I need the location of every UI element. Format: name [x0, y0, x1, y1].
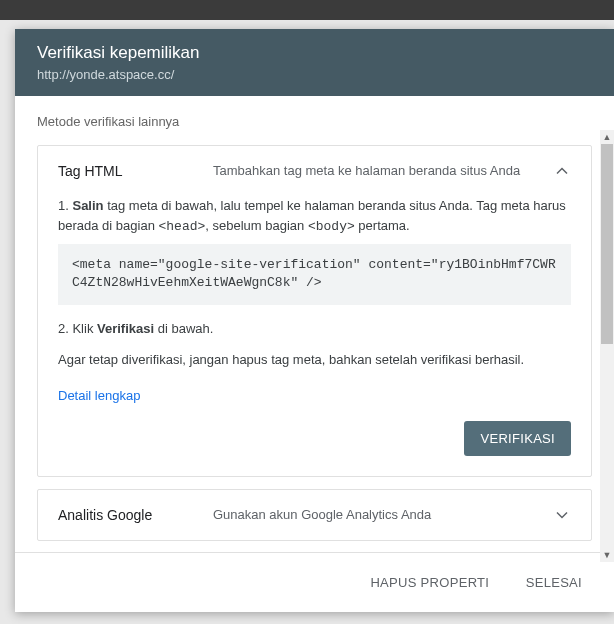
html-tag-panel-header[interactable]: Tag HTML Tambahkan tag meta ke halaman b… — [38, 146, 591, 196]
google-analytics-panel: Analitis Google Gunakan akun Google Anal… — [37, 489, 592, 541]
detail-link[interactable]: Detail lengkap — [58, 388, 140, 403]
scrollbar-track[interactable] — [600, 144, 614, 548]
scrollbar-thumb[interactable] — [601, 144, 613, 344]
other-methods-label: Metode verifikasi lainnya — [15, 96, 614, 133]
panel-body: 1. Salin tag meta di bawah, lalu tempel … — [38, 196, 591, 475]
verify-button[interactable]: VERIFIKASI — [464, 421, 571, 456]
verification-note: Agar tetap diverifikasi, jangan hapus ta… — [58, 350, 571, 370]
panel-title: Tag HTML — [58, 163, 213, 179]
remove-property-button[interactable]: HAPUS PROPERTI — [360, 567, 499, 598]
modal-body: Metode verifikasi lainnya Tag HTML Tamba… — [15, 96, 614, 552]
step-1: 1. Salin tag meta di bawah, lalu tempel … — [58, 196, 571, 236]
modal-title: Verifikasi kepemilikan — [37, 43, 592, 63]
html-tag-panel: Tag HTML Tambahkan tag meta ke halaman b… — [37, 145, 592, 477]
modal-footer: HAPUS PROPERTI SELESAI — [15, 552, 614, 612]
chevron-up-icon — [553, 162, 571, 180]
meta-tag-code[interactable]: <meta name="google-site-verification" co… — [58, 244, 571, 304]
panel-title: Analitis Google — [58, 507, 213, 523]
scroll-up-arrow[interactable]: ▲ — [600, 130, 614, 144]
panel-description: Tambahkan tag meta ke halaman beranda si… — [213, 162, 553, 180]
modal-subtitle: http://yonde.atspace.cc/ — [37, 67, 592, 82]
done-button[interactable]: SELESAI — [516, 567, 592, 598]
ga-panel-header[interactable]: Analitis Google Gunakan akun Google Anal… — [38, 490, 591, 540]
chevron-down-icon — [553, 506, 571, 524]
verification-modal: Verifikasi kepemilikan http://yonde.atsp… — [15, 29, 614, 612]
scroll-down-arrow[interactable]: ▼ — [600, 548, 614, 562]
panel-description: Gunakan akun Google Analytics Anda — [213, 506, 553, 524]
modal-header: Verifikasi kepemilikan http://yonde.atsp… — [15, 29, 614, 96]
step-2: 2. Klik Verifikasi di bawah. — [58, 319, 571, 339]
